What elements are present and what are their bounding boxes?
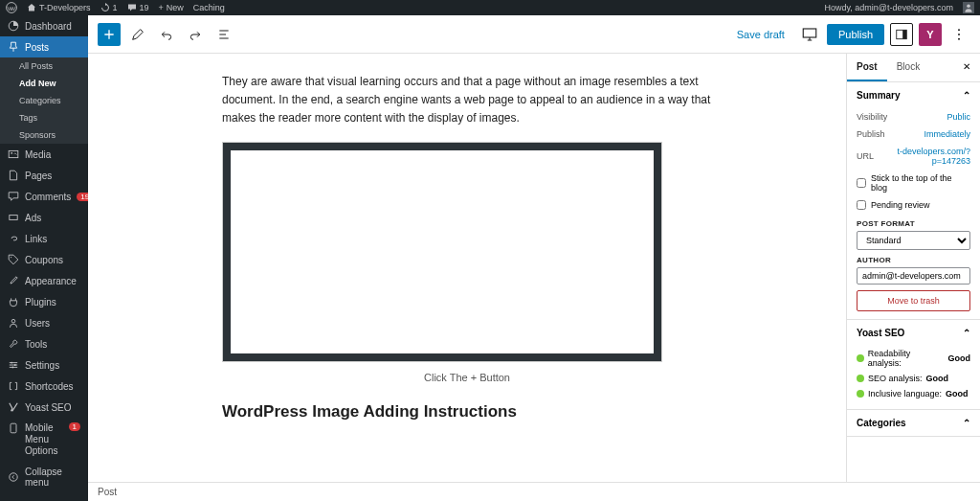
bracket-icon: [8, 380, 19, 392]
panel-head-categories[interactable]: Categories ⌃: [847, 410, 980, 436]
panel-categories: Categories ⌃: [847, 410, 980, 437]
status-dot: [857, 375, 864, 382]
site-name-label: T-Developers: [39, 3, 91, 12]
svg-rect-16: [902, 30, 906, 38]
stick-label: Stick to the top of the blog: [871, 173, 970, 193]
add-block-button[interactable]: [98, 23, 121, 46]
sidebar-collapse[interactable]: Collapse menu: [0, 462, 88, 492]
yoast-toggle[interactable]: [919, 23, 942, 46]
sidebar-item-dashboard[interactable]: Dashboard: [0, 15, 88, 36]
publish-value[interactable]: Immediately: [924, 129, 970, 139]
admin-sidebar: Dashboard Posts All Posts Add New Catego…: [0, 15, 88, 501]
yoast-label: Inclusive language:: [868, 389, 942, 399]
sidebar-item-settings[interactable]: Settings: [0, 354, 88, 376]
redo-button[interactable]: [184, 23, 207, 46]
yoast-label: SEO analysis:: [868, 374, 923, 383]
publish-button[interactable]: Publish: [827, 24, 884, 45]
editor: Save draft Publish They are aware that v…: [88, 15, 980, 501]
sidebar-label: Coupons: [25, 255, 63, 265]
sidebar-item-plugins[interactable]: Plugins: [0, 291, 88, 312]
pending-checkbox[interactable]: [857, 200, 866, 210]
panel-title: Categories: [857, 418, 906, 428]
svg-point-9: [11, 362, 12, 364]
tab-post[interactable]: Post: [847, 54, 887, 81]
wp-logo[interactable]: [6, 2, 17, 13]
save-draft-button[interactable]: Save draft: [729, 25, 792, 44]
chevron-up-icon: ⌃: [963, 90, 970, 101]
yoast-value: Good: [946, 389, 969, 399]
sidebar-item-shortcodes[interactable]: Shortcodes: [0, 376, 88, 397]
author-label: AUTHOR: [857, 256, 970, 264]
sidebar-item-tools[interactable]: Tools: [0, 333, 88, 354]
sidebar-sub-add-new[interactable]: Add New: [0, 75, 88, 92]
panel-yoast: Yoast SEO ⌃ Readability analysis: Good S…: [847, 320, 980, 410]
author-input[interactable]: [857, 267, 970, 285]
dashboard-icon: [8, 20, 19, 32]
url-label: URL: [857, 151, 874, 161]
edit-mode-button[interactable]: [126, 23, 149, 46]
sidebar-item-links[interactable]: Links: [0, 228, 88, 249]
comments-link[interactable]: 19: [127, 3, 149, 12]
update-icon: [100, 3, 110, 12]
desktop-icon: [801, 26, 818, 43]
visibility-value[interactable]: Public: [947, 112, 970, 122]
editor-content[interactable]: They are aware that visual learning occu…: [88, 54, 846, 482]
sidebar-item-posts[interactable]: Posts: [0, 36, 88, 57]
options-button[interactable]: [947, 23, 970, 46]
paragraph-block[interactable]: They are aware that visual learning occu…: [222, 73, 712, 128]
wrench-icon: [8, 338, 19, 350]
preview-button[interactable]: [798, 23, 821, 46]
howdy[interactable]: Howdy, admin@t-developers.com: [824, 3, 953, 12]
avatar-icon[interactable]: [963, 2, 974, 13]
svg-point-8: [11, 319, 15, 323]
sidebar-item-appearance[interactable]: Appearance: [0, 270, 88, 291]
sidebar-sub-categories[interactable]: Categories: [0, 92, 88, 109]
sidebar-item-ads[interactable]: Ads: [0, 207, 88, 228]
sidebar-item-mobile[interactable]: Mobile Menu Options 1: [0, 418, 88, 462]
row-stick[interactable]: Stick to the top of the blog: [857, 170, 970, 196]
svg-point-10: [14, 364, 16, 366]
image-block[interactable]: [222, 142, 662, 362]
home-icon: [27, 3, 36, 12]
site-name[interactable]: T-Developers: [27, 3, 91, 12]
slider-icon: [8, 359, 19, 371]
stick-checkbox[interactable]: [857, 178, 866, 188]
sidebar-sub-sponsors[interactable]: Sponsors: [0, 126, 88, 144]
panel-head-summary[interactable]: Summary ⌃: [847, 82, 980, 108]
sidebar-sub-tags[interactable]: Tags: [0, 109, 88, 126]
sidebar-item-comments[interactable]: Comments 19: [0, 186, 88, 207]
panel-head-yoast[interactable]: Yoast SEO ⌃: [847, 320, 980, 346]
updates[interactable]: 1: [100, 3, 118, 12]
panel-title: Summary: [857, 90, 901, 101]
row-pending[interactable]: Pending review: [857, 196, 970, 214]
brush-icon: [8, 275, 19, 286]
tab-block[interactable]: Block: [887, 54, 929, 81]
heading-block[interactable]: WordPress Image Adding Instructions: [222, 402, 712, 421]
image-caption[interactable]: Click The + Button: [222, 372, 712, 383]
new-link[interactable]: + New: [159, 3, 184, 12]
pencil-icon: [130, 27, 145, 42]
mobile-icon: [8, 422, 19, 434]
sidebar-item-media[interactable]: Media: [0, 144, 88, 165]
details-button[interactable]: [212, 23, 235, 46]
trash-button[interactable]: Move to trash: [857, 290, 970, 311]
caching-link[interactable]: Caching: [193, 3, 225, 12]
post-format-select[interactable]: Standard: [857, 231, 970, 250]
sidebar-label: Settings: [25, 360, 59, 371]
sidebar-item-coupons[interactable]: Coupons: [0, 249, 88, 270]
sidebar-label: Yoast SEO: [25, 402, 72, 413]
collapse-icon: [8, 471, 19, 483]
sidebar-item-users[interactable]: Users: [0, 312, 88, 333]
close-settings[interactable]: ✕: [953, 54, 980, 81]
sidebar-sub-all-posts[interactable]: All Posts: [0, 57, 88, 75]
tag-icon: [8, 254, 19, 265]
block-breadcrumb[interactable]: Post: [88, 482, 980, 501]
settings-toggle[interactable]: [890, 23, 913, 46]
sidebar-label: Tools: [25, 339, 47, 350]
sidebar-label: Comments: [25, 192, 71, 202]
svg-point-7: [11, 257, 11, 258]
sidebar-item-yoast[interactable]: Yoast SEO: [0, 397, 88, 418]
sidebar-item-pages[interactable]: Pages: [0, 165, 88, 186]
undo-button[interactable]: [155, 23, 178, 46]
url-value[interactable]: t-developers.com/?p=147263: [894, 147, 970, 166]
